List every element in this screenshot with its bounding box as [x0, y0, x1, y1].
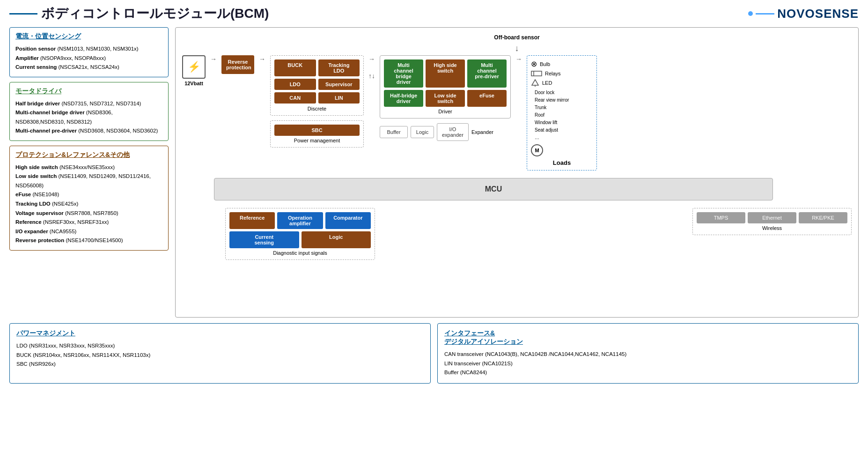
loads-item-relays: Relays: [531, 70, 593, 77]
wireless-label: Wireless: [697, 225, 847, 231]
diagram-area: Off-board sensor ↓ ⚡ 12Vbatt → Reversepr…: [175, 27, 859, 318]
list-item: eFuse (NSE1048): [15, 190, 162, 200]
list-item: Half bridge driver (NSD7315, NSD7312, NS…: [15, 99, 162, 109]
bottom-card2-content: CAN transceiver (NCA1043(B), NCA1042B /N…: [444, 350, 852, 377]
item-label: Position sensor: [15, 46, 56, 52]
sbc-block: SBC: [274, 125, 360, 136]
offboard-label: Off-board sensor: [494, 34, 539, 41]
driver-section: Multi channelbridge driver High sideswit…: [380, 55, 511, 118]
list-item: BUCK (NSR104xx, NSR106xx, NSR114XX, NSR1…: [16, 351, 424, 360]
diagnostic-section: Reference Operationamplifier Comparator …: [225, 208, 375, 260]
bulb-icon: ⊗: [531, 59, 537, 68]
list-item: Voltage supervisor (NSR7808, NSR7850): [15, 209, 162, 218]
list-item: LDO (NSR31xxx, NSR33xxx, NSR35xxx): [16, 341, 424, 351]
ethernet-block: Ethernet: [748, 212, 796, 223]
lin-block: LIN: [318, 92, 360, 104]
can-block: CAN: [274, 92, 316, 104]
item-text: (NSCSA21x, NSCSA24x): [57, 64, 119, 70]
discrete-label: Discrete: [274, 106, 360, 111]
current-sensing-block: Currentsensing: [229, 231, 299, 248]
card3-content: High side switch (NSE34xxx/NSE35xxx) Low…: [15, 163, 162, 245]
list-item: Position sensor (NSM1013, NSM1030, NSM30…: [15, 44, 162, 54]
arrow-icon: ↓: [515, 44, 519, 53]
multi-channel-pre-driver-block: Multi channelpre-driver: [467, 59, 507, 88]
item-text: (NSM1013, NSM1030, NSM301x): [56, 46, 138, 52]
multi-channel-bridge-driver-block: Multi channelbridge driver: [384, 59, 423, 88]
wireless-section: TMPS Ethernet RKE/PKE Wireless: [692, 208, 852, 235]
low-side-switch-block: Low sideswitch: [426, 90, 465, 107]
high-side-switch-block: High sideswitch: [426, 59, 465, 88]
item-text: (NSE425x): [51, 201, 78, 207]
list-item: SBC (NSR926x): [16, 360, 424, 369]
list-item: Reference (NSREF30xx, NSREF31xx): [15, 218, 162, 227]
item-label: LIN transceiver: [444, 361, 480, 366]
logic2-block: Logic: [302, 231, 371, 248]
item-label: Multi-channel bridge driver: [15, 110, 85, 115]
diagnostic-label: Diagnostic input signals: [229, 250, 371, 256]
left-card-motor: モータドライバ Half bridge driver (NSD7315, NSD…: [9, 82, 169, 141]
list-item: Multi-channel bridge driver (NSD8306, NS…: [15, 108, 162, 126]
loads-item-led: LED: [531, 79, 593, 87]
list-item: Reverse protection (NSE14700/NSE14500): [15, 236, 162, 245]
page-title: ボディコントロールモジュール(BCM): [41, 5, 269, 22]
buffer-block: Buffer: [380, 126, 408, 138]
battery-label: 12Vbatt: [184, 81, 203, 86]
item-label: BUCK: [16, 352, 31, 358]
item-text: (NSD7315, NSD7312, NSD7314): [60, 101, 141, 106]
list-item: LIN transceiver (NCA1021S): [444, 359, 852, 369]
item-label: Buffer: [444, 370, 458, 375]
item-text: (NSR7808, NSR7850): [64, 210, 118, 216]
arrow1: →: [210, 55, 217, 63]
logo-dot: [748, 11, 753, 16]
item-text: (NCA9555): [48, 229, 77, 234]
ldo-block: LDO: [274, 79, 316, 90]
list-item: Low side switch (NSE11409, NSD12409, NSD…: [15, 172, 162, 190]
diagram-bottom-row: Reference Operationamplifier Comparator …: [182, 208, 852, 260]
arrow-right-icon2: →: [259, 55, 265, 63]
reference-block: Reference: [229, 212, 275, 229]
battery-icon: ⚡: [182, 55, 206, 79]
card2-content: Half bridge driver (NSD7315, NSD7312, NS…: [15, 99, 162, 136]
item-label: Tracking LDO: [15, 201, 51, 207]
diagram-main-row: ⚡ 12Vbatt → Reverseprotection →: [182, 55, 852, 170]
tmps-block: TMPS: [697, 212, 745, 223]
list-item: Multi-channel pre-driver (NSD3608, NSD36…: [15, 126, 162, 136]
relay-label: Relays: [545, 71, 561, 76]
list-item: Current sensing (NSCSA21x, NSCSA24x): [15, 63, 162, 72]
power-mgmt-label: Power management: [274, 138, 360, 143]
relay-icon: [531, 70, 542, 77]
arrow-right-icon: →: [210, 55, 217, 63]
left-card-sensing: 電流・位置センシング Position sensor (NSM1013, NSM…: [9, 27, 169, 77]
card1-title: 電流・位置センシング: [15, 32, 162, 41]
loads-motor-row: M: [531, 144, 593, 156]
logo-line: [756, 13, 774, 15]
arrow-updown-icon: ↑↓: [368, 72, 375, 80]
bottom-cards: パワーマネジメント LDO (NSR31xxx, NSR33xxx, NSR35…: [9, 323, 859, 384]
header: ボディコントロールモジュール(BCM) NOVOSENSE: [9, 5, 859, 22]
header-left: ボディコントロールモジュール(BCM): [9, 5, 269, 22]
main-layout: 電流・位置センシング Position sensor (NSM1013, NSM…: [9, 27, 859, 318]
bottom-card2-title: インタフェース&デジタルアイソレーション: [444, 329, 852, 346]
card1-content: Position sensor (NSM1013, NSM1030, NSM30…: [15, 44, 162, 72]
item-text: (NSOPA9xxx, NSOPA8xxx): [39, 55, 106, 61]
wireless-grid: TMPS Ethernet RKE/PKE: [697, 212, 847, 223]
arrow-right-icon3: →: [368, 55, 375, 63]
item-label: I/O expander: [15, 229, 48, 234]
bulb-label: Bulb: [540, 61, 550, 67]
item-label: Current sensing: [15, 64, 57, 70]
loads-text-block: Door lockRear view mirrorTrunkRoofWindow…: [535, 89, 593, 141]
item-text: (NSE14700/NSE14500): [64, 237, 123, 243]
brand-logo: NOVOSENSE: [748, 7, 859, 21]
list-item: CAN transceiver (NCA1043(B), NCA1042B /N…: [444, 350, 852, 359]
logic1-block: Logic: [411, 126, 434, 138]
item-label: Multi-channel pre-driver: [15, 128, 77, 133]
header-line-accent: [9, 13, 37, 15]
item-text: (NSR31xxx, NSR33xxx, NSR35xxx): [28, 343, 115, 348]
list-item: High side switch (NSE34xxx/NSE35xxx): [15, 163, 162, 172]
bottom-card-interface: インタフェース&デジタルアイソレーション CAN transceiver (NC…: [437, 323, 859, 384]
discrete-section: BUCK TrackingLDO LDO Supervisor CAN LIN …: [270, 55, 364, 116]
efuse-block: eFuse: [467, 90, 507, 107]
tracking-ldo-block: TrackingLDO: [318, 59, 360, 76]
buck-block: BUCK: [274, 59, 316, 76]
bottom-card1-title: パワーマネジメント: [16, 329, 424, 338]
